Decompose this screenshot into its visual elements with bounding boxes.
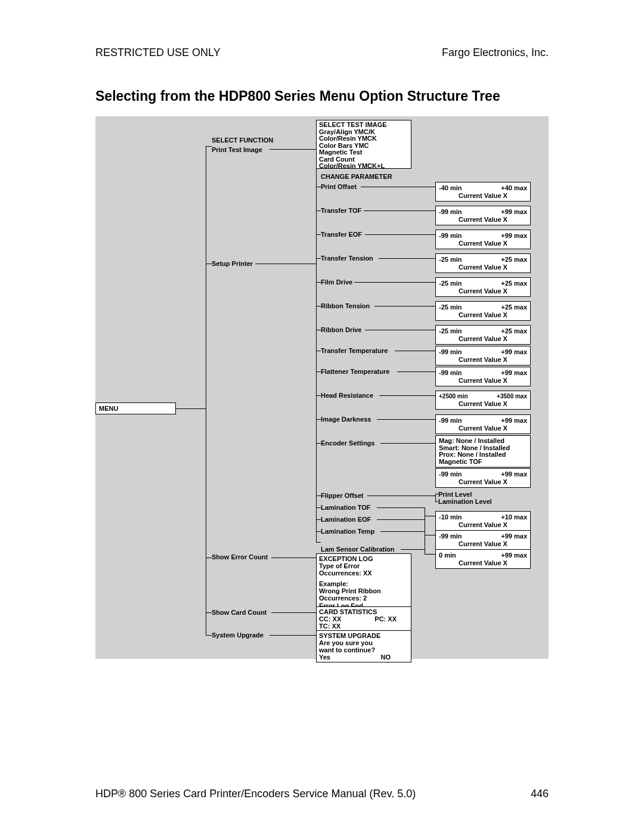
transfer-eof-label: Transfer EOF (321, 231, 362, 239)
menu-root: MENU (95, 402, 176, 414)
transfer-temperature-value: -99 min+99 max Current Value X (435, 346, 531, 366)
lamination-level-label: Lamination Level (438, 498, 492, 506)
lamination-tof-label: Lamination TOF (321, 504, 371, 512)
select-function-label: SELECT FUNCTION (212, 137, 273, 144)
print-level-label: Print Level (438, 491, 472, 498)
transfer-tof-value: -99 min+99 max Current Value X (435, 206, 531, 225)
lamination-temp-value: -99 min+99 max Current Value X (435, 530, 531, 550)
sti-4: Magnetic Test (319, 149, 408, 156)
exception-log-box: EXCEPTION LOG Type of Error Occurrences:… (316, 553, 411, 611)
menu-tree-diagram: MENU SELECT FUNCTION Print Test Image Se… (95, 116, 549, 659)
system-upgrade-label: System Upgrade (212, 631, 264, 639)
show-card-count-label: Show Card Count (212, 609, 267, 617)
change-parameter-label: CHANGE PARAMETER (321, 173, 392, 181)
page-title: Selecting from the HDP800 Series Menu Op… (95, 88, 549, 104)
sti-6: Color/Resin YMCK+L (319, 163, 408, 170)
film-drive-value: -25 min+25 max Current Value X (435, 277, 531, 297)
header-left: RESTRICTED USE ONLY (95, 47, 221, 59)
header-right: Fargo Electronics, Inc. (442, 47, 549, 59)
head-resistance-label: Head Resistance (321, 392, 373, 400)
flattener-temperature-value: -99 min+99 max Current Value X (435, 367, 531, 386)
encoder-settings-value: Mag: None / Installed Smart: None / Inst… (435, 435, 531, 467)
sti-head: SELECT TEST IMAGE (319, 122, 408, 129)
ribbon-tension-label: Ribbon Tension (321, 302, 370, 310)
lam-sensor-calibration-label: Lam Sensor Calibration (321, 546, 394, 553)
footer-page-number: 446 (531, 788, 549, 800)
system-upgrade-box: SYSTEM UPGRADE Are you sure you want to … (316, 630, 411, 662)
lam-sensor-value: 0 min+99 max Current Value X (435, 549, 531, 569)
transfer-tof-label: Transfer TOF (321, 207, 361, 215)
print-offset-label: Print Offset (321, 183, 357, 191)
lamination-temp-label: Lamination Temp (321, 528, 374, 535)
document-page: RESTRICTED USE ONLY Fargo Electronics, I… (0, 0, 644, 833)
image-darkness-label: Image Darkness (321, 416, 371, 423)
ribbon-drive-label: Ribbon Drive (321, 326, 361, 334)
image-darkness-value: -99 min+99 max Current Value X (435, 414, 531, 434)
select-test-image-box: SELECT TEST IMAGE Gray/Align YMC/K Color… (316, 120, 411, 169)
encoder-settings-range: -99 min+99 max Current Value X (435, 468, 531, 488)
ribbon-tension-value: -25 min+25 max Current Value X (435, 301, 531, 321)
card-statistics-box: CARD STATISTICS CC: XXPC: XX TC: XX (316, 606, 411, 631)
transfer-tension-label: Transfer Tension (321, 255, 373, 262)
sti-2: Color/Resin YMCK (319, 135, 408, 143)
setup-printer-label: Setup Printer (212, 260, 253, 268)
ribbon-drive-value: -25 min+25 max Current Value X (435, 325, 531, 345)
flattener-temperature-label: Flattener Temperature (321, 368, 389, 376)
lamination-eof-label: Lamination EOF (321, 516, 371, 524)
encoder-settings-label: Encoder Settings (321, 439, 374, 447)
lamination-eof-value: -10 min+10 max Current Value X (435, 511, 531, 531)
film-drive-label: Film Drive (321, 278, 352, 286)
transfer-tension-value: -25 min+25 max Current Value X (435, 253, 531, 273)
transfer-eof-value: -99 min+99 max Current Value X (435, 230, 531, 249)
footer-left: HDP® 800 Series Card Printer/Encoders Se… (95, 788, 416, 800)
head-resistance-value: +2500 min+3500 max Current Value X (435, 391, 531, 410)
flipper-offset-label: Flipper Offset (321, 492, 364, 500)
print-offset-value: -40 min+40 max Current Value X (435, 182, 531, 202)
transfer-temperature-label: Transfer Temperature (321, 347, 388, 355)
print-test-image-label: Print Test Image (212, 146, 262, 154)
show-error-count-label: Show Error Count (212, 553, 268, 561)
